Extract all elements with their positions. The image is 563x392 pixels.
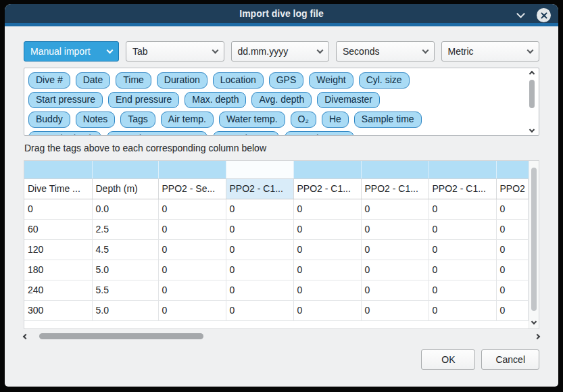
table-cell: 0 — [429, 239, 496, 260]
column-header: PPO2 - C1... — [293, 178, 361, 199]
table-vertical-scrollbar[interactable] — [529, 161, 539, 328]
column-header: PPO2 — [496, 178, 529, 199]
column-header: PPO2 - Se... — [158, 178, 226, 199]
table-cell: 0 — [496, 239, 529, 260]
column-drop-target[interactable] — [226, 161, 293, 178]
tag-chip[interactable]: O₂ — [291, 112, 316, 128]
table-row: 1204.5000000 — [24, 239, 529, 260]
tag-chip[interactable]: End pressure — [108, 92, 179, 108]
column-drop-target[interactable] — [92, 161, 158, 178]
scrollbar-thumb[interactable] — [39, 333, 203, 339]
combo-value: Manual import — [30, 46, 91, 57]
tag-row: Dive #DateTimeDurationLocationGPSWeightC… — [28, 72, 522, 89]
tag-chip[interactable]: Cyl. size — [359, 72, 410, 89]
titlebar-actions — [514, 4, 551, 26]
table-cell: 0 — [158, 300, 226, 320]
table-cell: 0 — [361, 260, 429, 280]
table-cell: 0 — [226, 219, 293, 239]
scroll-left-icon[interactable] — [23, 333, 28, 339]
scrollbar-thumb[interactable] — [531, 168, 537, 311]
ok-button[interactable]: OK — [421, 349, 475, 370]
combo-seconds[interactable]: Seconds — [336, 41, 435, 62]
table-cell: 120 — [24, 239, 92, 260]
scroll-right-icon[interactable] — [535, 333, 540, 339]
tag-chip[interactable]: Weight — [309, 72, 353, 89]
tag-chip[interactable]: Avg. depth — [251, 92, 312, 108]
table-cell: 0 — [361, 219, 429, 239]
close-button[interactable] — [537, 8, 551, 22]
scroll-down-icon[interactable] — [531, 319, 537, 324]
combo-dd-mm-yyyy[interactable]: dd.mm.yyyy — [231, 41, 330, 62]
tag-chip[interactable]: Buddy — [28, 112, 70, 128]
instruction-label: Drag the tags above to each correspondin… — [24, 143, 539, 153]
table-cell: 2.5 — [92, 219, 158, 239]
table-cell: 0 — [158, 219, 226, 239]
table-cell: 0 — [24, 199, 92, 219]
tag-chip[interactable]: Date — [76, 72, 111, 89]
table-cell: 0 — [293, 219, 361, 239]
tag-row: Start pressureEnd pressureMax. depthAvg.… — [28, 92, 522, 108]
tag-row: Sample depthSample temperatureSample pO₂… — [28, 131, 522, 136]
scroll-down-icon[interactable] — [529, 127, 535, 132]
table-cell: 0 — [496, 300, 529, 320]
tag-chip[interactable]: Dive # — [28, 72, 70, 89]
table-cell: 180 — [24, 260, 92, 280]
close-icon — [540, 11, 548, 20]
tag-chip[interactable]: Max. depth — [185, 92, 246, 108]
table-horizontal-scrollbar[interactable] — [24, 331, 539, 341]
table-cell: 0 — [361, 239, 429, 260]
table-cell: 0 — [226, 300, 293, 320]
tag-chip[interactable]: Sample time — [354, 112, 422, 128]
cancel-button[interactable]: Cancel — [481, 349, 539, 370]
column-header: Depth (m) — [92, 178, 158, 199]
tag-chip[interactable]: Duration — [157, 72, 207, 89]
table-cell: 300 — [24, 300, 92, 320]
combo-metric[interactable]: Metric — [441, 41, 540, 62]
tag-chip[interactable]: Sample CNS — [285, 131, 354, 136]
tag-row: BuddyNotesTagsAir temp.Water temp.O₂HeSa… — [28, 112, 522, 128]
scrollbar-track[interactable] — [32, 331, 531, 341]
column-drop-target[interactable] — [158, 161, 226, 178]
tag-chip[interactable]: Tags — [120, 112, 155, 128]
tag-chip[interactable]: Sample temperature — [107, 131, 207, 136]
table-cell: 0 — [293, 260, 361, 280]
combo-value: Seconds — [343, 46, 379, 57]
shade-button[interactable] — [514, 9, 527, 22]
tag-chip[interactable]: GPS — [269, 72, 304, 89]
titlebar[interactable]: Import dive log file — [5, 4, 558, 26]
tag-chip[interactable]: Time — [116, 72, 151, 89]
table-cell: 0 — [429, 280, 496, 300]
column-drop-target[interactable] — [24, 161, 92, 178]
column-header: PPO2 - C1... — [361, 178, 429, 199]
scroll-up-icon[interactable] — [529, 71, 535, 76]
combo-manual-import[interactable]: Manual import — [24, 41, 119, 62]
column-drop-target[interactable] — [361, 161, 429, 178]
table-cell: 0.0 — [92, 199, 158, 219]
column-drop-target[interactable] — [429, 161, 496, 178]
tag-chip[interactable]: Divemaster — [317, 92, 380, 108]
scrollbar-thumb[interactable] — [529, 80, 535, 108]
table-cell: 5.5 — [92, 280, 158, 300]
preview-table: Dive Time ...Depth (m)PPO2 - Se...PPO2 -… — [24, 161, 529, 321]
tag-chip[interactable]: Notes — [76, 112, 116, 128]
combo-tab[interactable]: Tab — [126, 41, 224, 62]
dialog-buttons: OK Cancel — [24, 349, 539, 370]
column-drop-target[interactable] — [293, 161, 361, 178]
tag-scrollbar[interactable] — [527, 70, 537, 134]
tag-chip[interactable]: Water temp. — [219, 112, 285, 128]
tag-chip[interactable]: Location — [213, 72, 264, 89]
table-cell: 0 — [293, 300, 361, 320]
column-drop-target[interactable] — [496, 161, 529, 178]
tag-chip[interactable]: Sample depth — [28, 131, 101, 136]
table-cell: 0 — [158, 199, 226, 219]
table-row: 1805.0000000 — [24, 260, 529, 280]
tag-chip[interactable]: Start pressure — [28, 92, 103, 108]
table-cell: 0 — [226, 199, 293, 219]
chevron-down-icon — [107, 47, 114, 54]
table-cell: 0 — [158, 280, 226, 300]
tag-chip[interactable]: Air temp. — [161, 112, 214, 128]
preview-table-wrap: Dive Time ...Depth (m)PPO2 - Se...PPO2 -… — [24, 160, 539, 329]
table-cell: 240 — [24, 280, 92, 300]
tag-chip[interactable]: Sample pO₂ — [213, 131, 278, 136]
tag-chip[interactable]: He — [322, 112, 349, 128]
